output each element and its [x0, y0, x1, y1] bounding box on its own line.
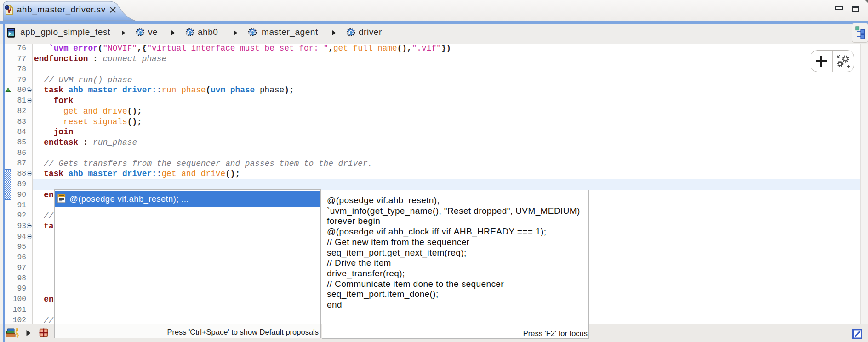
svg-text:C: C [250, 29, 255, 36]
svg-text:C: C [138, 29, 143, 36]
svg-text:C: C [188, 29, 192, 36]
svg-text:C: C [348, 29, 353, 36]
